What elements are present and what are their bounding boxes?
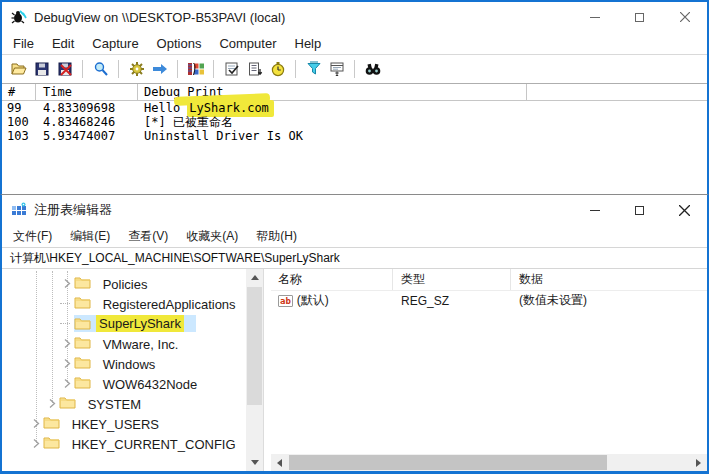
tree-item[interactable]: VMware, Inc. xyxy=(2,333,263,353)
menu-favorites-cn[interactable]: 收藏夹(A) xyxy=(177,228,247,245)
menu-file[interactable]: File xyxy=(4,36,43,51)
debug-row-time: 4.83309698 xyxy=(36,101,138,115)
value-row[interactable]: ab (默认) REG_SZ (数值未设置) xyxy=(271,291,707,310)
debug-row-time: 5.93474007 xyxy=(36,129,138,143)
tree-connector-stub xyxy=(60,303,70,304)
left-arrow-icon xyxy=(277,459,282,467)
menu-edit[interactable]: Edit xyxy=(43,36,83,51)
find-button[interactable] xyxy=(361,57,384,81)
scroll-up-button[interactable] xyxy=(246,269,263,286)
expand-chevron-icon[interactable] xyxy=(29,433,43,453)
debug-row[interactable]: 100 4.83468246 [*] 已被重命名 xyxy=(2,115,707,129)
capture-global-win32-button[interactable] xyxy=(184,57,207,81)
history-depth-button[interactable] xyxy=(325,57,348,81)
scroll-right-button[interactable] xyxy=(690,454,707,471)
tree-item-body: SYSTEM xyxy=(59,395,144,412)
menu-view-cn[interactable]: 查看(V) xyxy=(119,228,177,245)
debug-row[interactable]: 103 5.93474007 Uninstall Driver Is OK xyxy=(2,129,707,143)
column-header-name[interactable]: 名称 xyxy=(271,269,393,290)
expand-chevron-icon[interactable] xyxy=(60,353,74,373)
up-arrow-icon xyxy=(251,275,259,280)
capture-kernel-button[interactable] xyxy=(125,57,148,81)
down-arrow-icon xyxy=(251,460,259,465)
tree-item[interactable]: HKEY_USERS xyxy=(2,413,263,433)
scrollbar-thumb[interactable] xyxy=(289,455,607,470)
maximize-icon xyxy=(635,13,644,22)
close-icon xyxy=(679,205,690,216)
capture-win32-button[interactable] xyxy=(89,57,112,81)
capture-events-icon xyxy=(224,61,240,77)
regedit-maximize-button[interactable] xyxy=(617,195,662,225)
menu-help[interactable]: Help xyxy=(286,36,331,51)
tree-item-list: Policies RegisteredApplications SuperLyS… xyxy=(2,273,263,453)
folder-icon xyxy=(59,395,76,409)
tree-item-body: VMware, Inc. xyxy=(74,335,181,352)
right-arrow-icon xyxy=(696,459,701,467)
folder-icon xyxy=(74,316,91,330)
debug-list-header: # Time Debug Print xyxy=(2,84,707,101)
expand-chevron-icon[interactable] xyxy=(60,273,74,293)
column-header-time[interactable]: Time xyxy=(36,84,138,100)
open-button[interactable] xyxy=(7,57,30,81)
menu-file-cn[interactable]: 文件(F) xyxy=(4,228,61,245)
debugview-window: DebugView on \\DESKTOP-B53PAVI (local) F… xyxy=(0,0,709,194)
passthrough-icon xyxy=(152,61,168,77)
filter-highlight-icon xyxy=(306,61,322,77)
regedit-app-icon xyxy=(11,202,27,218)
column-header-type[interactable]: 类型 xyxy=(393,269,511,290)
open-icon xyxy=(11,61,27,77)
debugview-maximize-button[interactable] xyxy=(617,2,662,32)
values-header: 名称 类型 数据 xyxy=(271,269,707,291)
regedit-minimize-button[interactable] xyxy=(572,195,617,225)
tree-item[interactable]: SuperLyShark xyxy=(2,313,263,333)
tree-item[interactable]: Policies xyxy=(2,273,263,293)
scroll-down-button[interactable] xyxy=(246,454,263,471)
tree-item[interactable]: RegisteredApplications xyxy=(2,293,263,313)
folder-icon xyxy=(74,335,91,349)
tree-item[interactable]: SYSTEM xyxy=(2,393,263,413)
save-button[interactable] xyxy=(30,57,53,81)
tree-item[interactable]: Windows xyxy=(2,353,263,373)
debug-row[interactable]: 99 4.83309698 Hello LyShark.com xyxy=(2,101,707,115)
registry-path: 计算机\HKEY_LOCAL_MACHINE\SOFTWARE\SuperLyS… xyxy=(10,250,340,267)
autoscroll-button[interactable] xyxy=(243,57,266,81)
tree-item-label: WOW6432Node xyxy=(100,376,201,393)
expand-chevron-icon[interactable] xyxy=(29,413,43,433)
tree-item-label: Windows xyxy=(100,356,159,373)
column-header-num[interactable]: # xyxy=(2,84,36,100)
passthrough-button[interactable] xyxy=(148,57,171,81)
toolbar-separator xyxy=(118,60,119,78)
expand-chevron-icon[interactable] xyxy=(60,333,74,353)
expand-chevron-icon[interactable] xyxy=(60,373,74,393)
tree-item[interactable]: WOW6432Node xyxy=(2,373,263,393)
save-log-button[interactable] xyxy=(53,57,76,81)
scrollbar-thumb[interactable] xyxy=(247,287,262,405)
filter-highlight-button[interactable] xyxy=(302,57,325,81)
scroll-left-button[interactable] xyxy=(271,454,288,471)
debugview-menubar: File Edit Capture Options Computer Help xyxy=(2,32,707,54)
values-horizontal-scrollbar[interactable] xyxy=(271,454,707,471)
menu-help-cn[interactable]: 帮助(H) xyxy=(247,228,306,245)
clock-button[interactable] xyxy=(266,57,289,81)
capture-events-button[interactable] xyxy=(220,57,243,81)
menu-capture[interactable]: Capture xyxy=(83,36,147,51)
expand-chevron-icon[interactable] xyxy=(45,393,59,413)
tree-item[interactable]: HKEY_CURRENT_CONFIG xyxy=(2,433,263,453)
menu-edit-cn[interactable]: 编辑(E) xyxy=(61,228,119,245)
tree-vertical-scrollbar[interactable] xyxy=(246,269,263,471)
menu-options[interactable]: Options xyxy=(148,36,211,51)
debugview-close-button[interactable] xyxy=(662,2,707,32)
regedit-main: Policies RegisteredApplications SuperLyS… xyxy=(2,269,707,471)
registry-tree-pane: Policies RegisteredApplications SuperLyS… xyxy=(2,269,264,471)
find-icon xyxy=(364,61,382,77)
tree-item-label: HKEY_USERS xyxy=(69,416,162,433)
debugview-minimize-button[interactable] xyxy=(572,2,617,32)
tree-item-body: HKEY_USERS xyxy=(43,415,162,432)
registry-address-bar[interactable]: 计算机\HKEY_LOCAL_MACHINE\SOFTWARE\SuperLyS… xyxy=(2,247,707,269)
column-header-data[interactable]: 数据 xyxy=(511,269,707,290)
debug-row-num: 100 xyxy=(2,115,36,129)
regedit-window: 注册表编辑器 文件(F) 编辑(E) 查看(V) 收藏夹(A) 帮助(H) 计算… xyxy=(0,194,709,474)
column-header-debugprint[interactable]: Debug Print xyxy=(138,84,527,100)
regedit-close-button[interactable] xyxy=(662,195,707,225)
menu-computer[interactable]: Computer xyxy=(210,36,285,51)
